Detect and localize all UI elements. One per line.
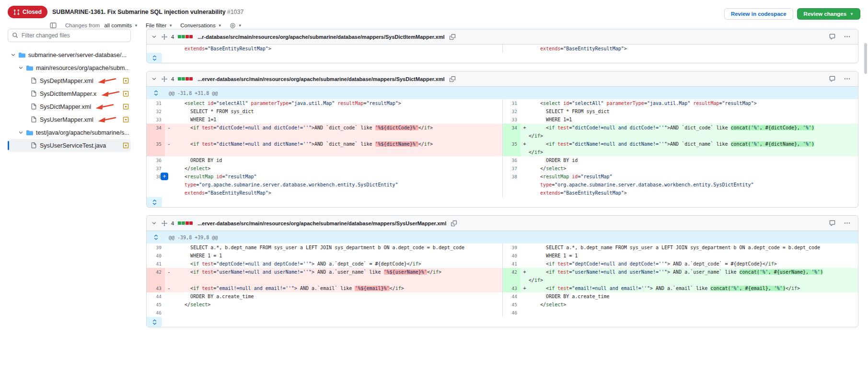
code-line[interactable]: SELECT * FROM sys_dict [165, 107, 502, 116]
code-line[interactable]: extends="BaseEntityResultMap"> [165, 45, 502, 53]
file-path[interactable]: ...r-database/src/main/resources/org/apa… [197, 34, 444, 40]
diff-settings-menu[interactable]: ▼ [230, 23, 242, 29]
tree-folder-main-resources-org-apache-subm[interactable]: main/resources/org/apache/subm... [8, 61, 131, 74]
code-line[interactable] [521, 309, 858, 317]
expand-diff-button[interactable] [147, 197, 162, 207]
file-path[interactable]: ...erver-database/src/main/resources/org… [197, 220, 446, 226]
copy-path-button[interactable] [449, 75, 456, 83]
line-number[interactable]: 41 [147, 260, 165, 268]
line-number[interactable] [147, 45, 165, 53]
code-line[interactable]: - <if test="dictName!=null and dictName!… [165, 140, 502, 156]
code-line[interactable] [165, 309, 502, 317]
expand-hunk-button[interactable] [147, 231, 165, 243]
line-number[interactable]: 40 [147, 252, 165, 260]
line-number[interactable]: 44 [502, 292, 521, 301]
line-number[interactable]: 33 [502, 116, 521, 124]
code-line[interactable]: ORDER BY id [521, 156, 858, 164]
expand-diff-button[interactable] [147, 317, 162, 327]
line-number[interactable]: 36 [147, 156, 165, 164]
code-line[interactable]: <if test="deptCode!=null and deptCode!='… [521, 260, 858, 268]
tree-file-sysdictitemmapper-xml[interactable]: SysDictItemMapper.xml [8, 87, 131, 100]
line-number[interactable] [147, 181, 165, 189]
line-number[interactable]: 44 [147, 292, 165, 301]
line-number[interactable]: 34 [147, 124, 165, 140]
line-number[interactable]: 43 [147, 284, 165, 292]
code-line[interactable]: + <if test="dictName!=null and dictName!… [521, 140, 858, 156]
line-number[interactable]: 37 [147, 164, 165, 173]
line-number[interactable]: 32 [502, 107, 521, 116]
drag-handle-icon[interactable] [162, 34, 167, 40]
code-line[interactable]: SELECT a.*, b.dept_name FROM sys_user a … [521, 243, 858, 252]
line-number[interactable]: 40 [502, 252, 521, 260]
code-line[interactable]: - <if test="userName!=null and userName!… [165, 268, 502, 284]
conversations-menu[interactable]: Conversations▼ [180, 23, 221, 28]
code-line[interactable]: <if test="deptCode!=null and deptCode!='… [165, 260, 502, 268]
expand-hunk-button[interactable] [147, 87, 165, 99]
drag-handle-icon[interactable] [162, 220, 167, 226]
line-number[interactable]: 45 [502, 301, 521, 309]
kebab-menu-button[interactable] [843, 75, 851, 83]
line-number[interactable]: 33 [147, 116, 165, 124]
line-number[interactable]: 41 [502, 260, 521, 268]
line-number[interactable]: 35 [147, 140, 165, 156]
code-line[interactable]: WHERE 1=1 [165, 116, 502, 124]
file-filter-menu[interactable]: File filter▼ [146, 23, 173, 28]
line-number[interactable] [147, 189, 165, 197]
collapse-file-button[interactable] [150, 75, 158, 82]
line-number[interactable]: 31 [147, 99, 165, 107]
code-line[interactable]: </select> [521, 164, 858, 173]
tree-file-sysuserservicetest-java[interactable]: SysUserServiceTest.java [8, 139, 131, 152]
line-number[interactable] [502, 181, 521, 189]
code-line[interactable]: <resultMap id="resultMap"+ [165, 173, 502, 181]
code-line[interactable]: ORDER BY id [165, 156, 502, 164]
code-line[interactable]: + <if test="email!=null and email!=''"> … [521, 284, 858, 292]
line-number[interactable]: 34 [502, 124, 521, 140]
code-line[interactable]: SELECT a.*, b.dept_name FROM sys_user a … [165, 243, 502, 252]
review-in-codespace-button[interactable]: Review in codespace [724, 8, 793, 20]
scrollbar-thumb[interactable] [864, 43, 867, 74]
code-line[interactable]: <select id="selectAll" parameterType="ja… [165, 99, 502, 107]
code-line[interactable]: <resultMap id="resultMap" [521, 173, 858, 181]
comment-button[interactable] [828, 75, 836, 83]
code-line[interactable]: extends="BaseEntityResultMap"> [521, 45, 858, 53]
code-line[interactable]: </select> [165, 301, 502, 309]
line-number[interactable]: 42 [147, 268, 165, 284]
filter-changed-files-input[interactable] [8, 29, 131, 42]
tree-folder-test-java-org-apache-submarine-s[interactable]: test/java/org/apache/submarine/s... [8, 126, 131, 139]
code-line[interactable]: SELECT * FROM sys_dict [521, 107, 858, 116]
copy-path-button[interactable] [449, 33, 456, 41]
line-number[interactable] [502, 45, 521, 53]
code-line[interactable]: </select> [521, 301, 858, 309]
code-line[interactable]: extends="BaseEntityResultMap"> [165, 189, 502, 197]
review-changes-button[interactable]: Review changes▼ [797, 8, 860, 20]
collapse-file-button[interactable] [150, 220, 158, 227]
line-number[interactable]: 39 [147, 243, 165, 252]
comment-button[interactable] [828, 219, 836, 227]
line-number[interactable]: 35 [502, 140, 521, 156]
line-number[interactable]: 36 [502, 156, 521, 164]
code-line[interactable]: WHERE 1=1 [521, 116, 858, 124]
file-path[interactable]: ...erver-database/src/main/resources/org… [197, 76, 444, 82]
line-number[interactable] [502, 189, 521, 197]
line-number[interactable]: 46 [147, 309, 165, 317]
code-line[interactable]: ORDER BY a.create_time [521, 292, 858, 301]
copy-path-button[interactable] [450, 220, 458, 227]
code-line[interactable]: extends="BaseEntityResultMap"> [521, 189, 858, 197]
line-number[interactable]: 45 [147, 301, 165, 309]
line-number[interactable]: 32 [147, 107, 165, 116]
line-number[interactable]: 39 [502, 243, 521, 252]
add-line-comment-button[interactable]: + [161, 173, 168, 180]
code-line[interactable]: + <if test="dictCode!=null and dictCode!… [521, 124, 858, 140]
code-line[interactable]: - <if test="dictCode!=null and dictCode!… [165, 124, 502, 140]
line-number[interactable]: 43 [502, 284, 521, 292]
kebab-menu-button[interactable] [843, 33, 851, 41]
collapse-file-button[interactable] [150, 33, 158, 40]
kebab-menu-button[interactable] [843, 219, 851, 227]
line-number[interactable]: 42 [502, 268, 521, 284]
tree-file-sysdictmapper-xml[interactable]: SysDictMapper.xml [8, 100, 131, 113]
line-number[interactable]: 31 [502, 99, 521, 107]
line-number[interactable]: 38 [502, 173, 521, 181]
tree-folder-submarine-server-server-database[interactable]: submarine-server/server-database/... [8, 48, 131, 61]
code-line[interactable]: - <if test="email!=null and email!=''"> … [165, 284, 502, 292]
changes-from-menu[interactable]: Changes from all commits▼ [65, 23, 138, 28]
